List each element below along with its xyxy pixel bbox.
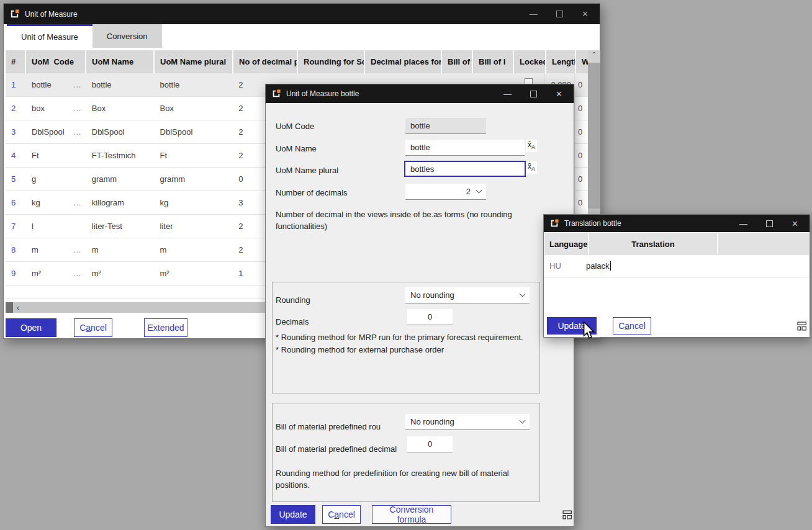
row-actions-ellipsis[interactable]: … [73, 80, 81, 89]
bom-rounding-label: Bill of material predefined rou [276, 422, 381, 431]
minimize-icon[interactable]: — [739, 219, 747, 228]
chevron-down-icon [476, 187, 482, 194]
conversion-formula-button[interactable]: Conversion formula [372, 505, 451, 524]
dialog-title: Unit of Measure bottle [286, 89, 359, 98]
translation-cell[interactable]: palack [586, 261, 611, 271]
col-header-uom-name[interactable]: UoM Name [86, 50, 155, 73]
horizontal-scrollbar-thumb[interactable] [6, 302, 13, 313]
cancel-button[interactable]: Cancel [74, 318, 112, 337]
app-logo-icon [550, 219, 559, 228]
dialog-title: Translation bottle [564, 219, 621, 228]
col-header-no-of-decimal[interactable]: No of decimal p [233, 50, 298, 73]
form-layout-icon[interactable] [562, 510, 572, 519]
number-of-decimals-label: Number of decimals [276, 188, 348, 197]
vertical-scrollbar-thumb[interactable] [588, 63, 600, 209]
cancel-button[interactable]: Cancel [613, 317, 651, 335]
close-icon[interactable]: ✕ [556, 89, 562, 99]
uom-name-label: UoM Name [276, 144, 317, 153]
translation-table-header: Language Translation [544, 233, 809, 255]
col-header-uom-name-plural[interactable]: UoM Name plural [155, 50, 233, 73]
tab-strip: Unit of Measure Conversion [4, 24, 600, 48]
uom-name-plural-input[interactable]: bottles [404, 161, 526, 177]
col-header-bill-1[interactable]: Bill of I [442, 50, 473, 73]
tab-unit-of-measure[interactable]: Unit of Measure [7, 24, 92, 48]
rounding-help-line-1: * Rounding method for MRP run for the pr… [276, 331, 534, 343]
decimals-help-text: Number of decimal in the views inside of… [276, 209, 524, 232]
col-header-extra [718, 233, 809, 255]
bom-rounding-dropdown[interactable]: No rounding [405, 414, 530, 430]
app-logo-icon [272, 89, 281, 98]
col-header-translation[interactable]: Translation [589, 233, 718, 255]
table-header: # UoM Code UoM Name UoM Name plural No o… [6, 50, 589, 73]
col-header-language[interactable]: Language [544, 233, 589, 255]
col-header-uom-code[interactable]: UoM Code [26, 50, 86, 73]
col-header-locked[interactable]: Locked [514, 50, 546, 73]
window-title: Unit of Measure [25, 10, 78, 19]
col-header-bill-2[interactable]: Bill of I [473, 50, 514, 73]
main-titlebar: Unit of Measure — ✕ [4, 4, 600, 24]
scroll-left-icon[interactable]: ‹ [13, 302, 23, 313]
bom-decimal-label: Bill of material predefined decimal [276, 444, 397, 454]
uom-code-input: bottle [405, 118, 486, 134]
minimize-icon[interactable]: — [503, 89, 512, 99]
translation-dialog: Translation bottle — ✕ Language Translat… [543, 214, 810, 338]
rounding-help-line-2: * Rounding method for external purchase … [276, 344, 534, 356]
app-logo-icon [10, 9, 19, 19]
rounding-label: Rounding [276, 295, 310, 305]
tab-conversion[interactable]: Conversion [92, 24, 162, 48]
translate-icon[interactable]: x̄A [526, 140, 537, 152]
number-of-decimals-dropdown[interactable]: 2 [405, 184, 486, 200]
open-button[interactable]: Open [6, 318, 56, 337]
uom-dialog-titlebar: Unit of Measure bottle — ✕ [266, 84, 574, 103]
cancel-button[interactable]: Cancel [322, 505, 361, 524]
decimals-label: Decimals [276, 317, 309, 326]
uom-name-input[interactable]: bottle [405, 140, 525, 156]
col-header-decimal-places[interactable]: Decimal places for s [365, 50, 442, 73]
close-icon[interactable]: ✕ [792, 219, 798, 228]
row-actions-ellipsis[interactable]: … [73, 127, 81, 137]
minimize-icon[interactable]: — [530, 9, 538, 19]
chevron-down-icon [520, 291, 526, 297]
col-header-length[interactable]: Length [546, 50, 576, 73]
col-header-rounding[interactable]: Rounding for Sc [298, 50, 365, 73]
rounding-dropdown[interactable]: No rounding [405, 287, 530, 303]
uom-code-label: UoM Code [276, 122, 314, 131]
form-layout-icon[interactable] [797, 321, 807, 331]
bom-decimal-input[interactable]: 0 [407, 436, 453, 452]
translation-dialog-titlebar: Translation bottle — ✕ [544, 215, 810, 232]
col-header-w[interactable]: W [576, 50, 589, 73]
mouse-cursor [582, 321, 596, 339]
translate-icon[interactable]: x̄A [526, 161, 537, 174]
scroll-up-icon[interactable]: ˆ [588, 50, 600, 63]
bom-help-text: Rounding method for predefinition for cr… [276, 467, 536, 491]
close-icon[interactable]: ✕ [582, 9, 589, 19]
uom-name-plural-label: UoM Name plural [276, 166, 338, 175]
chevron-down-icon [520, 418, 526, 424]
uom-dialog: Unit of Measure bottle — ✕ UoM Code bott… [265, 84, 574, 527]
maximize-icon[interactable] [556, 11, 563, 17]
row-actions-ellipsis[interactable]: … [73, 269, 81, 278]
row-actions-ellipsis[interactable]: … [73, 245, 81, 254]
translation-row[interactable]: HU palack [544, 255, 809, 277]
col-header-num[interactable]: # [6, 50, 26, 73]
row-actions-ellipsis[interactable]: … [73, 104, 81, 113]
update-button[interactable]: Update [271, 505, 315, 524]
language-cell: HU [544, 261, 586, 271]
maximize-icon[interactable] [766, 220, 773, 227]
row-actions-ellipsis[interactable]: … [73, 198, 81, 207]
decimals-input[interactable]: 0 [407, 309, 453, 325]
maximize-icon[interactable] [530, 91, 537, 97]
extended-button[interactable]: Extended [144, 318, 187, 337]
text-caret [610, 261, 611, 271]
